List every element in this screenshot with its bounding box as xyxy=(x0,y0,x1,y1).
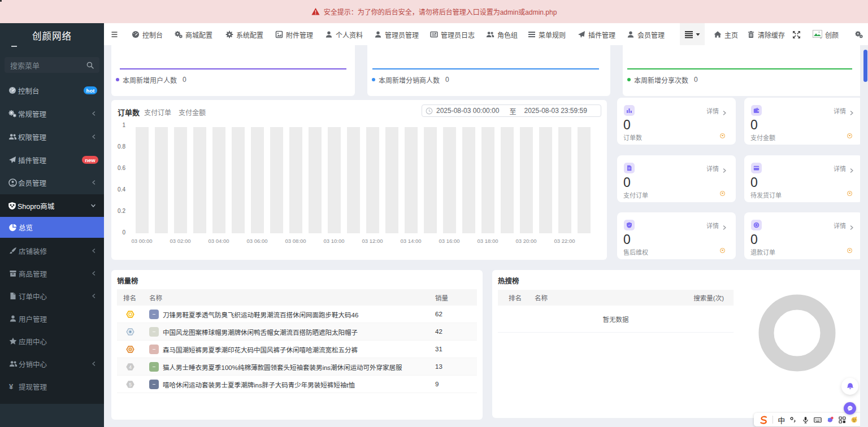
svg-text:4: 4 xyxy=(129,364,132,370)
svg-text:5: 5 xyxy=(129,382,132,387)
